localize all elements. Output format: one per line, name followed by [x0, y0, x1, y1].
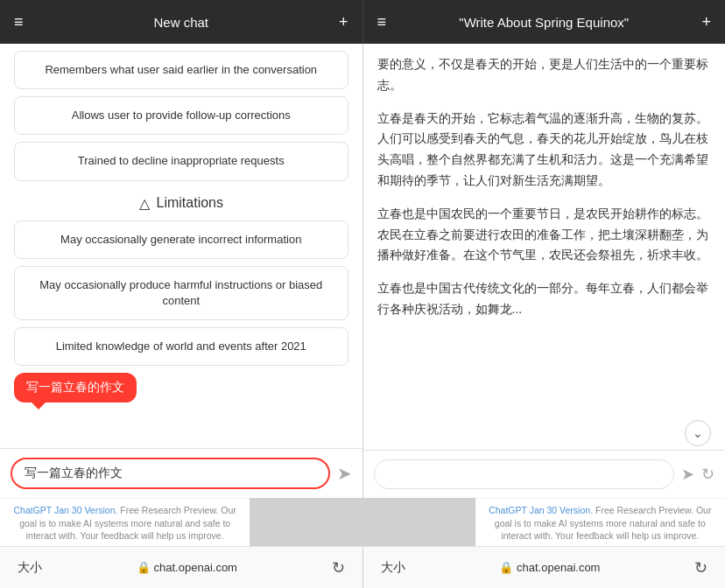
left-panel-title: New chat — [153, 15, 208, 30]
left-input-area: ➤ — [0, 448, 362, 498]
disclaimer-right: ChatGPT Jan 30 Version. Free Research Pr… — [475, 498, 725, 546]
capability-item-3: Trained to decline inappropriate request… — [14, 142, 348, 180]
right-content-0: 要的意义，不仅是春天的开始，更是人们生活中的一个重要标志。 — [377, 54, 712, 96]
right-content-1: 立春是春天的开始，它标志着气温的逐渐升高，生物的复苏。人们可以感受到春天的气息，… — [377, 108, 712, 192]
left-input[interactable] — [11, 458, 330, 489]
right-send-button[interactable]: ➤ — [681, 465, 694, 484]
footer-refresh-left[interactable]: ↻ — [332, 558, 345, 578]
limitation-item-3: Limited knowledge of world and events af… — [14, 327, 348, 366]
footer-size-right: 大小 — [381, 560, 405, 576]
warning-icon: △ — [139, 195, 150, 212]
top-bar-right: ≡ "Write About Spring Equinox" + — [363, 0, 726, 44]
footer-url-right: chat.openai.com — [517, 561, 600, 574]
right-input[interactable] — [374, 459, 675, 489]
plus-icon-right[interactable]: + — [701, 13, 711, 32]
footer-url-left: chat.openai.com — [154, 561, 237, 574]
capability-item-1: Remembers what user said earlier in the … — [14, 51, 348, 89]
limitation-item-2: May occasionally produce harmful instruc… — [14, 266, 348, 320]
footer-lock-left: 🔒 chat.openai.com — [137, 561, 237, 574]
footer-size-left: 大小 — [18, 560, 42, 576]
footer-lock-right: 🔒 chat.openai.com — [499, 561, 600, 574]
panel-left: Remembers what user said earlier in the … — [0, 44, 362, 498]
capability-item-2: Allows user to provide follow-up correct… — [14, 96, 348, 135]
footer-right: 大小 🔒 chat.openai.com ↻ — [363, 546, 726, 588]
disclaimer-wrapper: ChatGPT Jan 30 Version. Free Research Pr… — [0, 498, 725, 546]
disclaimer-divider — [250, 498, 475, 546]
top-bar-left: ≡ New chat + — [0, 0, 362, 44]
right-content-2: 立春也是中国农民的一个重要节日，是农民开始耕作的标志。农民在立春之前要进行农田的… — [377, 204, 712, 266]
footer: 大小 🔒 chat.openai.com ↻ 大小 🔒 chat.openai.… — [0, 546, 725, 588]
scroll-to-bottom-button[interactable]: ⌄ — [685, 420, 711, 446]
right-panel-title: "Write About Spring Equinox" — [459, 15, 629, 30]
top-bar: ≡ New chat + ≡ "Write About Spring Equin… — [0, 0, 725, 44]
right-refresh-button[interactable]: ↻ — [701, 465, 714, 484]
lock-icon-right: 🔒 — [499, 561, 513, 574]
main-content: Remembers what user said earlier in the … — [0, 44, 725, 498]
tooltip-text: 写一篇立春的作文 — [14, 373, 137, 402]
right-scroll[interactable]: 要的意义，不仅是春天的开始，更是人们生活中的一个重要标志。 立春是春天的开始，它… — [363, 44, 726, 420]
limitation-item-1: May occasionally generate incorrect info… — [14, 220, 348, 259]
right-scroll-indicator-wrapper: ⌄ — [363, 420, 726, 450]
disclaimer-link-left[interactable]: ChatGPT Jan 30 Version — [14, 505, 116, 515]
footer-refresh-right[interactable]: ↻ — [694, 558, 707, 578]
right-panel-wrapper: 要的意义，不仅是春天的开始，更是人们生活中的一个重要标志。 立春是春天的开始，它… — [363, 44, 726, 498]
plus-icon-left[interactable]: + — [339, 13, 348, 32]
menu-icon-right[interactable]: ≡ — [377, 13, 387, 32]
right-input-area: ➤ ↻ — [363, 450, 726, 498]
left-scroll[interactable]: Remembers what user said earlier in the … — [0, 44, 362, 448]
limitations-header: △ Limitations — [0, 195, 362, 212]
menu-icon-left[interactable]: ≡ — [14, 13, 24, 32]
right-content-3: 立春也是中国古代传统文化的一部分。每年立春，人们都会举行各种庆祝活动，如舞龙..… — [377, 278, 712, 320]
disclaimer-link-right[interactable]: ChatGPT Jan 30 Version — [489, 505, 590, 515]
tooltip-bubble: 写一篇立春的作文 — [14, 373, 348, 402]
lock-icon-left: 🔒 — [137, 561, 151, 574]
panel-right: 要的意义，不仅是春天的开始，更是人们生活中的一个重要标志。 立春是春天的开始，它… — [363, 44, 726, 498]
footer-left: 大小 🔒 chat.openai.com ↻ — [0, 546, 362, 588]
left-send-button[interactable]: ➤ — [337, 463, 352, 484]
disclaimer-left: ChatGPT Jan 30 Version. Free Research Pr… — [0, 498, 250, 546]
